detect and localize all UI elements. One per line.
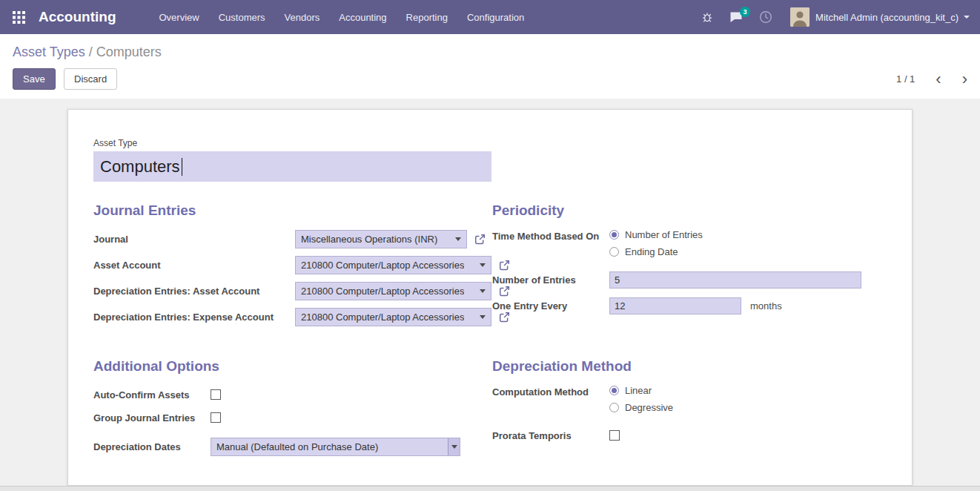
months-suffix: months	[750, 300, 782, 312]
field-journal: Journal Miscellaneous Operations (INR)	[93, 229, 492, 248]
field-label: Prorata Temporis	[492, 429, 609, 443]
breadcrumb: Asset Types/Computers	[13, 43, 967, 61]
breadcrumb-asset-types[interactable]: Asset Types	[13, 45, 85, 59]
radio-dot	[609, 386, 619, 395]
menu-accounting[interactable]: Accounting	[339, 12, 386, 23]
one-entry-every-input[interactable]	[609, 297, 741, 314]
group-journal-entries: Journal Entries Journal Miscellaneous Op…	[93, 202, 492, 333]
chevron-left-icon[interactable]: ‹	[936, 73, 941, 85]
asset-type-field: Asset Type Computers	[93, 138, 887, 182]
navbar-systray: 3 Mitchell Admin (accounting_kit_c)	[685, 7, 970, 27]
menu-customers[interactable]: Customers	[219, 12, 265, 23]
radio-ending-date[interactable]: Ending Date	[609, 246, 703, 257]
prorata-temporis-checkbox[interactable]	[609, 430, 620, 441]
asset-type-value: Computers	[100, 157, 180, 177]
field-asset-account: Asset Account 210800 Computer/Laptop Acc…	[93, 255, 492, 274]
field-label: Depreciation Dates	[93, 440, 211, 454]
discard-button[interactable]: Discard	[64, 68, 117, 90]
field-prorata-temporis: Prorata Temporis	[492, 426, 888, 445]
chevron-down-icon	[455, 237, 461, 241]
field-time-method: Time Method Based On Number of Entries E…	[492, 229, 888, 263]
activities-button[interactable]	[759, 10, 772, 24]
form-sheet: Asset Type Computers Journal Entries Jou…	[67, 109, 913, 486]
chevron-down-icon	[480, 289, 486, 293]
apps-menu-icon[interactable]	[10, 9, 27, 25]
field-depreciation-asset-account: Depreciation Entries: Asset Account 2108…	[93, 281, 492, 300]
field-auto-confirm: Auto-Confirm Assets	[93, 385, 492, 404]
radio-dot	[609, 230, 619, 240]
main-menu: Overview Customers Vendors Accounting Re…	[159, 12, 544, 23]
field-label: One Entry Every	[492, 299, 609, 313]
field-label: Number of Entries	[492, 273, 609, 287]
radio-dot	[609, 403, 619, 412]
group-journal-checkbox[interactable]	[211, 412, 221, 423]
save-button[interactable]: Save	[13, 68, 56, 90]
depreciation-asset-account-select[interactable]: 210800 Computer/Laptop Accessories	[295, 282, 491, 300]
number-of-entries-input[interactable]	[609, 271, 861, 289]
app-name[interactable]: Accounting	[39, 9, 116, 25]
group-additional-options: Additional Options Auto-Confirm Assets G…	[93, 358, 492, 463]
group-title: Additional Options	[93, 358, 492, 375]
group-title: Depreciation Method	[492, 358, 888, 375]
grid-icon	[13, 11, 25, 24]
depreciation-dates-select[interactable]: Manual (Defaulted on Purchase Date)	[211, 438, 460, 456]
field-label: Depreciation Entries: Expense Account	[93, 310, 295, 324]
field-label: Group Journal Entries	[93, 411, 211, 425]
user-menu[interactable]: Mitchell Admin (accounting_kit_c)	[790, 7, 970, 27]
breadcrumb-separator: /	[89, 45, 93, 59]
field-label: Journal	[93, 232, 295, 246]
computation-method-radio-group: Linear Degressive	[609, 385, 673, 419]
radio-linear[interactable]: Linear	[609, 385, 673, 396]
external-link-icon[interactable]	[474, 234, 486, 245]
action-buttons: Save Discard	[13, 68, 117, 90]
asset-type-input[interactable]: Computers	[93, 151, 491, 182]
radio-dot	[609, 247, 619, 257]
chevron-down-icon	[451, 445, 457, 449]
radio-number-of-entries[interactable]: Number of Entries	[609, 229, 703, 240]
field-computation-method: Computation Method Linear Degressive	[492, 385, 888, 419]
field-label: Auto-Confirm Assets	[93, 388, 211, 402]
chevron-right-icon[interactable]: ›	[962, 73, 967, 85]
group-title: Journal Entries	[93, 202, 492, 219]
group-periodicity: Periodicity Time Method Based On Number …	[492, 202, 888, 333]
menu-configuration[interactable]: Configuration	[467, 12, 524, 23]
field-depreciation-expense-account: Depreciation Entries: Expense Account 21…	[93, 307, 492, 326]
chevron-down-icon	[480, 263, 486, 267]
group-title: Periodicity	[492, 202, 888, 219]
radio-degressive[interactable]: Degressive	[609, 402, 673, 413]
pager: 1 / 1 ‹ ›	[896, 73, 967, 85]
messages-button[interactable]: 3	[729, 11, 743, 23]
top-navbar: Accounting Overview Customers Vendors Ac…	[0, 0, 980, 34]
content-area: Asset Type Computers Journal Entries Jou…	[0, 99, 980, 486]
messages-badge: 3	[740, 7, 750, 17]
select-arrow-box	[448, 438, 460, 455]
field-one-entry-every: One Entry Every months	[492, 296, 888, 315]
user-name: Mitchell Admin (accounting_kit_c)	[815, 12, 959, 23]
asset-type-label: Asset Type	[93, 138, 887, 148]
avatar	[790, 7, 810, 27]
text-cursor	[182, 158, 182, 176]
journal-select[interactable]: Miscellaneous Operations (INR)	[295, 230, 467, 248]
breadcrumb-current: Computers	[96, 45, 162, 59]
control-panel: Asset Types/Computers Save Discard 1 / 1…	[0, 34, 980, 99]
menu-reporting[interactable]: Reporting	[406, 12, 448, 23]
field-label: Asset Account	[93, 258, 295, 272]
field-depreciation-dates: Depreciation Dates Manual (Defaulted on …	[93, 437, 492, 456]
auto-confirm-checkbox[interactable]	[211, 389, 221, 400]
form-grid: Journal Entries Journal Miscellaneous Op…	[93, 202, 887, 463]
asset-account-select[interactable]: 210800 Computer/Laptop Accessories	[295, 256, 491, 274]
depreciation-expense-account-select[interactable]: 210800 Computer/Laptop Accessories	[295, 308, 491, 326]
field-number-of-entries: Number of Entries	[492, 270, 888, 289]
field-label: Depreciation Entries: Asset Account	[93, 284, 295, 298]
field-group-journal: Group Journal Entries	[93, 411, 492, 430]
field-label: Time Method Based On	[492, 229, 609, 243]
control-panel-actions: Save Discard 1 / 1 ‹ ›	[13, 68, 967, 90]
debug-button[interactable]	[701, 11, 713, 23]
chevron-down-icon	[480, 315, 486, 319]
menu-vendors[interactable]: Vendors	[285, 12, 320, 23]
field-label: Computation Method	[492, 385, 609, 399]
menu-overview[interactable]: Overview	[159, 12, 199, 23]
chevron-down-icon	[964, 16, 970, 19]
time-method-radio-group: Number of Entries Ending Date	[609, 229, 703, 263]
bug-icon	[701, 11, 713, 23]
